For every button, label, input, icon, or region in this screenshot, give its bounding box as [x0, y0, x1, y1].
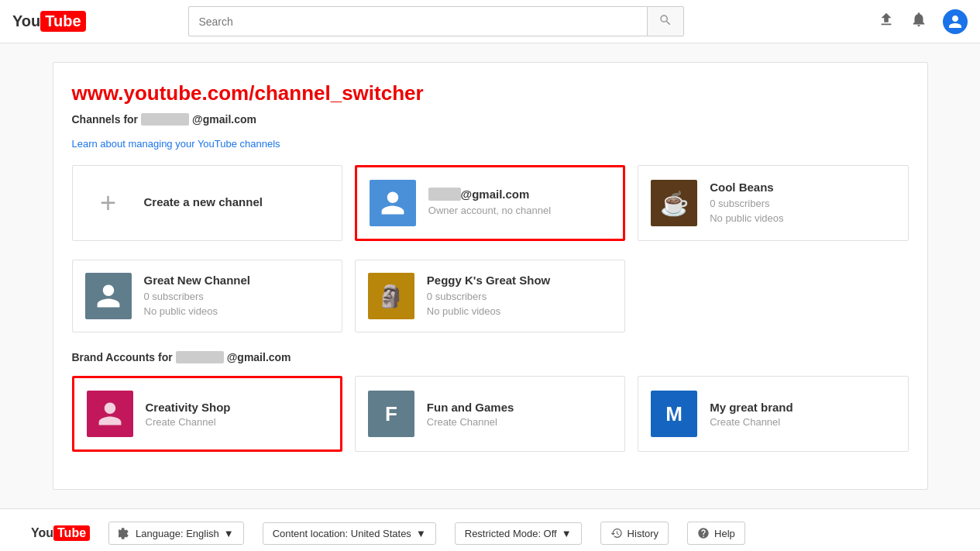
peggy-videos: No public videos — [427, 304, 550, 319]
fun-and-games-info: Fun and Games Create Channel — [427, 401, 514, 428]
logo-you: You — [12, 12, 40, 30]
peggy-name: Peggy K's Great Show — [427, 274, 550, 287]
my-great-brand-card[interactable]: M My great brand Create Channel — [638, 376, 908, 452]
language-icon — [119, 527, 131, 539]
fun-and-games-card[interactable]: F Fun and Games Create Channel — [355, 376, 625, 452]
history-label: History — [628, 528, 658, 539]
creativity-shop-card[interactable]: Creativity Shop Create Channel — [72, 376, 342, 452]
search-icon — [658, 13, 672, 27]
channels-email-blurred — [141, 113, 189, 126]
create-new-channel-info: Create a new channel — [144, 195, 263, 211]
content-location-dropdown-icon: ▼ — [416, 528, 426, 539]
fun-and-games-action: Create Channel — [427, 416, 514, 428]
channels-grid-row2: Great New Channel 0 subscribers No publi… — [72, 260, 909, 332]
search-button[interactable] — [647, 6, 684, 36]
great-new-channel-subscribers: 0 subscribers — [144, 289, 251, 305]
cool-beans-info: Cool Beans 0 subscribers No public video… — [710, 181, 783, 226]
language-label: Language: English — [136, 528, 219, 539]
creativity-shop-name: Creativity Shop — [146, 401, 231, 414]
history-button[interactable]: History — [600, 522, 669, 545]
great-new-channel-videos: No public videos — [144, 304, 251, 319]
help-button[interactable]: Help — [687, 522, 745, 545]
peggy-card[interactable]: 🗿 Peggy K's Great Show 0 subscribers No … — [355, 260, 625, 332]
owner-subtitle: Owner account, no channel — [428, 203, 551, 219]
content-box: www.youtube.com/channel_switcher Channel… — [53, 62, 928, 490]
footer: YouTube Language: English ▼ Content loca… — [0, 508, 980, 551]
content-location-label: Content location: United States — [273, 528, 411, 539]
user-avatar[interactable] — [943, 9, 968, 34]
search-bar — [188, 6, 684, 36]
header: YouTube — [0, 0, 980, 43]
creativity-shop-action: Create Channel — [146, 416, 231, 428]
footer-logo-you: You — [31, 526, 53, 540]
header-icons — [878, 9, 968, 34]
restricted-mode-button[interactable]: Restricted Mode: Off ▼ — [455, 522, 582, 545]
brand-email-suffix: @gmail.com — [227, 351, 291, 363]
footer-logo-tube: Tube — [53, 525, 90, 541]
my-great-brand-info: My great brand Create Channel — [710, 401, 793, 428]
owner-email: @gmail.com — [428, 188, 551, 201]
brand-accounts-grid: Creativity Shop Create Channel F Fun and… — [72, 376, 909, 452]
history-icon — [610, 527, 623, 539]
great-new-channel-name: Great New Channel — [144, 274, 251, 287]
owner-account-info: @gmail.com Owner account, no channel — [428, 188, 551, 219]
channels-grid: + Create a new channel @gmail.com Owner … — [72, 165, 909, 241]
gmail-avatar — [370, 180, 416, 226]
search-input[interactable] — [188, 6, 647, 36]
cool-beans-card[interactable]: ☕ Cool Beans 0 subscribers No public vid… — [638, 165, 908, 241]
brand-accounts-header: Brand Accounts for @gmail.com — [72, 351, 909, 363]
channels-title-prefix: Channels for — [72, 113, 139, 126]
restricted-mode-dropdown-icon: ▼ — [562, 528, 572, 539]
language-button[interactable]: Language: English ▼ — [108, 522, 244, 545]
create-new-channel-label: Create a new channel — [144, 195, 263, 208]
notifications-icon[interactable] — [910, 11, 927, 32]
cool-beans-videos: No public videos — [710, 211, 783, 226]
channels-email-suffix: @gmail.com — [192, 113, 256, 126]
upload-icon[interactable] — [878, 11, 895, 32]
my-great-brand-name: My great brand — [710, 401, 793, 414]
peggy-info: Peggy K's Great Show 0 subscribers No pu… — [427, 274, 550, 319]
help-label: Help — [714, 528, 735, 539]
create-new-channel-card[interactable]: + Create a new channel — [72, 165, 342, 241]
peggy-avatar: 🗿 — [368, 273, 414, 319]
great-new-channel-avatar — [85, 273, 132, 319]
my-great-brand-action: Create Channel — [710, 416, 793, 428]
fun-and-games-avatar: F — [368, 391, 414, 437]
fun-and-games-name: Fun and Games — [427, 401, 514, 414]
great-new-channel-card[interactable]: Great New Channel 0 subscribers No publi… — [72, 260, 342, 332]
main-content: www.youtube.com/channel_switcher Channel… — [0, 43, 980, 508]
channels-section-header: Channels for @gmail.com — [72, 113, 909, 126]
brand-title-prefix: Brand Accounts for — [72, 351, 173, 363]
cool-beans-subscribers: 0 subscribers — [710, 196, 783, 212]
creativity-shop-info: Creativity Shop Create Channel — [146, 401, 231, 428]
great-new-channel-info: Great New Channel 0 subscribers No publi… — [144, 274, 251, 319]
youtube-logo[interactable]: YouTube — [12, 11, 86, 32]
restricted-mode-label: Restricted Mode: Off — [465, 528, 557, 539]
url-banner: www.youtube.com/channel_switcher — [72, 81, 909, 105]
language-dropdown-icon: ▼ — [224, 528, 234, 539]
footer-logo[interactable]: YouTube — [31, 525, 90, 541]
plus-icon: + — [85, 180, 132, 226]
learn-link[interactable]: Learn about managing your YouTube channe… — [72, 138, 909, 150]
content-location-button[interactable]: Content location: United States ▼ — [263, 522, 436, 545]
peggy-subscribers: 0 subscribers — [427, 289, 550, 305]
cool-beans-avatar: ☕ — [651, 180, 697, 226]
creativity-shop-avatar — [87, 391, 133, 437]
brand-email-blurred — [176, 351, 224, 363]
help-icon — [697, 527, 710, 539]
my-great-brand-avatar: M — [651, 391, 697, 437]
logo-tube: Tube — [40, 11, 85, 32]
cool-beans-name: Cool Beans — [710, 181, 783, 194]
owner-account-card[interactable]: @gmail.com Owner account, no channel — [355, 165, 625, 241]
empty-cell — [638, 260, 908, 332]
